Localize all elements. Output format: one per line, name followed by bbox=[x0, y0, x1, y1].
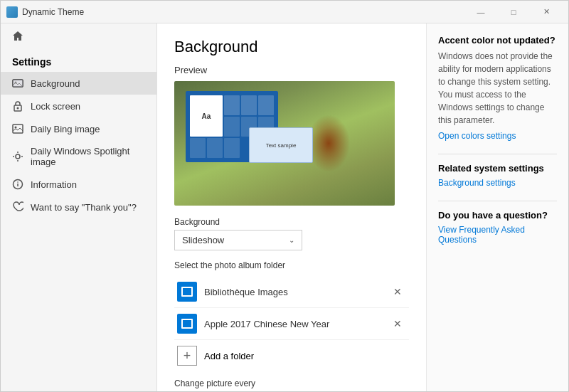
sidebar-item-daily-bing[interactable]: Daily Bing image bbox=[1, 117, 156, 140]
aa-tile: Aa bbox=[190, 95, 223, 137]
svg-point-4 bbox=[17, 107, 19, 110]
preview-dialog-text: Text sample bbox=[266, 142, 297, 149]
svg-rect-5 bbox=[13, 125, 23, 133]
main-panel: Background Preview Aa bbox=[157, 23, 426, 391]
sidebar-label-thank-you: Want to say "Thank you"? bbox=[31, 202, 137, 213]
folder-icon-1 bbox=[177, 314, 197, 334]
sidebar: Settings Background bbox=[1, 23, 157, 391]
titlebar: Dynamic Theme — □ ✕ bbox=[1, 1, 568, 23]
heart-icon bbox=[12, 201, 23, 213]
preview-dialog: Text sample bbox=[249, 127, 313, 163]
folder-item-1: Apple 2017 Chinese New Year ✕ bbox=[174, 308, 409, 340]
question-title: Do you have a question? bbox=[438, 210, 557, 221]
background-field-label: Background bbox=[174, 217, 409, 227]
sidebar-item-spotlight[interactable]: Daily Windows Spotlight image bbox=[1, 140, 156, 173]
chevron-down-icon: ⌄ bbox=[289, 236, 294, 244]
remove-folder-1-button[interactable]: ✕ bbox=[389, 315, 406, 332]
accent-body: Windows does not provide the ability for… bbox=[438, 50, 557, 127]
related-section: Related system settings Background setti… bbox=[438, 163, 557, 188]
tile-7 bbox=[190, 138, 206, 158]
tile-3 bbox=[258, 95, 274, 115]
right-panel: Accent color not updated? Windows does n… bbox=[426, 23, 568, 391]
remove-folder-0-button[interactable]: ✕ bbox=[389, 283, 406, 300]
sidebar-label-lock-screen: Lock screen bbox=[31, 101, 80, 112]
faq-section: Do you have a question? View Frequently … bbox=[438, 210, 557, 245]
tile-9 bbox=[224, 138, 240, 158]
spotlight-svg bbox=[12, 151, 23, 162]
folder-item-0: Bibliothèque Images ✕ bbox=[174, 276, 409, 308]
divider-1 bbox=[438, 154, 557, 154]
add-folder-button[interactable]: + Add a folder bbox=[174, 340, 409, 371]
image-icon bbox=[12, 78, 23, 89]
heart-svg bbox=[12, 201, 23, 213]
bing-svg bbox=[12, 123, 23, 134]
sidebar-label-information: Information bbox=[31, 179, 77, 190]
tile-8 bbox=[207, 138, 223, 158]
background-dropdown-value: Slideshow bbox=[182, 235, 224, 245]
album-section-label: Select the photo album folder bbox=[174, 260, 409, 270]
sidebar-item-information[interactable]: Information bbox=[1, 173, 156, 196]
sidebar-home-button[interactable] bbox=[1, 23, 156, 49]
tile-4 bbox=[224, 117, 240, 137]
tile-1 bbox=[224, 95, 240, 115]
sidebar-settings-label: Settings bbox=[1, 49, 156, 72]
window-controls: — □ ✕ bbox=[464, 1, 563, 23]
folder-icon-inner-0 bbox=[181, 287, 193, 297]
app-window: Dynamic Theme — □ ✕ Settings bbox=[0, 0, 569, 392]
related-title: Related system settings bbox=[438, 163, 557, 174]
spotlight-icon bbox=[12, 151, 23, 162]
preview-container: Aa Text bbox=[174, 81, 395, 206]
lock-icon bbox=[12, 100, 23, 112]
page-title: Background bbox=[174, 38, 409, 56]
window-title: Dynamic Theme bbox=[22, 7, 464, 17]
divider-2 bbox=[438, 201, 557, 201]
svg-point-14 bbox=[17, 181, 18, 183]
folder-icon-inner-1 bbox=[181, 319, 193, 329]
maximize-button[interactable]: □ bbox=[497, 1, 530, 23]
minimize-button[interactable]: — bbox=[464, 1, 497, 23]
svg-point-7 bbox=[16, 154, 20, 159]
content-area: Background Preview Aa bbox=[157, 23, 568, 391]
folder-name-1: Apple 2017 Chinese New Year bbox=[204, 319, 382, 329]
tile-2 bbox=[241, 95, 257, 115]
sidebar-label-daily-bing: Daily Bing image bbox=[31, 124, 100, 134]
info-icon bbox=[12, 179, 23, 190]
svg-point-6 bbox=[15, 127, 17, 129]
accent-title: Accent color not updated? bbox=[438, 35, 557, 46]
open-colors-link[interactable]: Open colors settings bbox=[438, 131, 557, 141]
folder-name-0: Bibliothèque Images bbox=[204, 287, 382, 297]
sidebar-item-background[interactable]: Background bbox=[1, 72, 156, 95]
sidebar-item-thank-you[interactable]: Want to say "Thank you"? bbox=[1, 196, 156, 218]
background-settings-link[interactable]: Background settings bbox=[438, 178, 557, 188]
accent-section: Accent color not updated? Windows does n… bbox=[438, 35, 557, 141]
background-svg bbox=[12, 78, 23, 89]
info-svg bbox=[12, 179, 23, 190]
sidebar-label-background: Background bbox=[31, 78, 80, 89]
close-button[interactable]: ✕ bbox=[530, 1, 563, 23]
background-dropdown[interactable]: Slideshow ⌄ bbox=[174, 230, 302, 250]
faq-link[interactable]: View Frequently Asked Questions bbox=[438, 225, 557, 245]
picture-icon bbox=[12, 123, 23, 134]
home-icon bbox=[12, 31, 23, 42]
app-icon bbox=[6, 6, 18, 18]
app-body: Settings Background bbox=[1, 23, 568, 391]
change-picture-label: Change picture every bbox=[174, 378, 409, 388]
add-folder-label: Add a folder bbox=[204, 351, 254, 361]
folder-icon-0 bbox=[177, 282, 197, 302]
add-icon: + bbox=[177, 346, 197, 366]
lock-svg bbox=[13, 100, 23, 112]
preview-label: Preview bbox=[174, 65, 409, 75]
sidebar-label-spotlight: Daily Windows Spotlight image bbox=[31, 146, 145, 167]
sidebar-item-lock-screen[interactable]: Lock screen bbox=[1, 95, 156, 117]
